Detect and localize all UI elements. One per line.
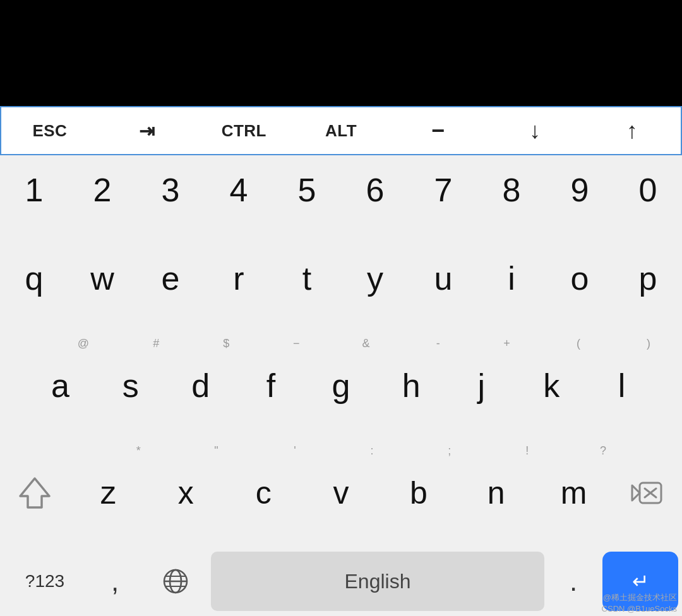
key-9[interactable]: 9 [546,155,614,225]
ctrl-key[interactable]: CTRL [195,107,292,154]
key-h[interactable]: h‐ [376,332,446,439]
key-o[interactable]: o [546,225,614,332]
number-row: 1 2 3 4 5 6 7 8 9 0 [0,155,682,225]
key-8[interactable]: 8 [477,155,546,225]
key-r[interactable]: r [205,225,273,332]
num-switch-key[interactable]: ?123 [4,552,86,611]
arrow-down-key[interactable]: ↓ [487,107,584,154]
key-l[interactable]: l) [587,332,657,439]
key-g[interactable]: g& [306,332,376,439]
key-n[interactable]: n! [457,439,535,547]
key-1[interactable]: 1 [0,155,68,225]
key-v[interactable]: v: [302,439,380,547]
key-6[interactable]: 6 [341,155,409,225]
key-k[interactable]: k( [517,332,587,439]
letter-rows: q w e r t y u i o p a@ s# d$ f− g& h‐ j+… [0,225,682,547]
key-y[interactable]: y [341,225,409,332]
key-j[interactable]: j+ [446,332,517,439]
qwerty-row: q w e r t y u i o p [0,225,682,332]
key-p[interactable]: p [614,225,682,332]
keyboard-wrapper: ESC ⇥ CTRL ALT − ↓ ↑ 1 2 3 4 5 6 7 8 9 0… [0,106,682,616]
period-key[interactable]: . [548,552,599,611]
hyphen-key[interactable]: − [390,107,487,154]
key-w[interactable]: w [68,225,136,332]
svg-marker-0 [20,478,49,507]
key-b[interactable]: b; [380,439,457,547]
key-m[interactable]: m? [535,439,613,547]
bottom-row: ?123 , English . ↵ [0,547,682,616]
alt-key[interactable]: ALT [292,107,390,154]
key-2[interactable]: 2 [68,155,136,225]
key-i[interactable]: i [477,225,546,332]
key-s[interactable]: s# [95,332,165,439]
globe-key[interactable] [144,552,207,611]
key-a[interactable]: a@ [25,332,95,439]
zxcv-row: z* x" c' v: b; n! m? [0,439,682,547]
space-key[interactable]: English [211,552,544,611]
key-x[interactable]: x" [147,439,225,547]
key-q[interactable]: q [0,225,68,332]
key-7[interactable]: 7 [409,155,477,225]
key-0[interactable]: 0 [614,155,682,225]
key-e[interactable]: e [136,225,205,332]
key-f[interactable]: f− [236,332,306,439]
key-3[interactable]: 3 [136,155,205,225]
watermark: @稀土掘金技术社区 CSDN @B1ueSocks [602,592,677,615]
tab-key[interactable]: ⇥ [99,107,196,154]
key-4[interactable]: 4 [205,155,273,225]
special-row: ESC ⇥ CTRL ALT − ↓ ↑ [0,106,682,155]
key-u[interactable]: u [409,225,477,332]
key-c[interactable]: c' [225,439,302,547]
backspace-key[interactable] [613,439,682,547]
key-z[interactable]: z* [69,439,147,547]
key-5[interactable]: 5 [273,155,341,225]
esc-key[interactable]: ESC [1,107,99,154]
top-black-area [0,0,682,106]
comma-key[interactable]: , [90,552,140,611]
asdf-row: a@ s# d$ f− g& h‐ j+ k( l) [0,332,682,439]
key-d[interactable]: d$ [165,332,236,439]
shift-key[interactable] [0,439,69,547]
key-t[interactable]: t [273,225,341,332]
arrow-up-key[interactable]: ↑ [583,107,681,154]
